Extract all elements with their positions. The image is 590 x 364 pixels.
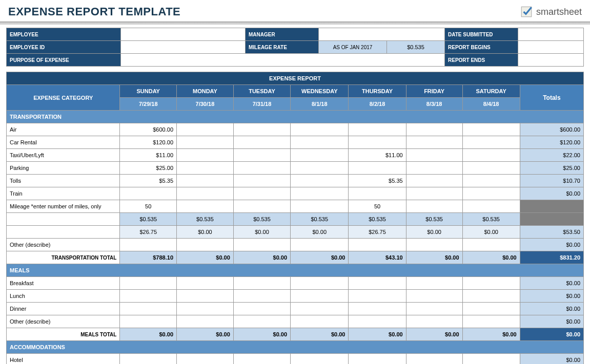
expense-cell[interactable] bbox=[177, 290, 234, 303]
expense-cell[interactable] bbox=[291, 175, 349, 187]
expense-cell[interactable]: $0.535 bbox=[349, 213, 406, 226]
expense-cell[interactable]: $0.535 bbox=[406, 213, 462, 226]
expense-cell[interactable] bbox=[349, 123, 406, 136]
expense-cell[interactable] bbox=[462, 136, 520, 149]
expense-cell[interactable] bbox=[291, 239, 349, 251]
expense-cell[interactable]: $600.00 bbox=[120, 123, 177, 136]
expense-cell[interactable] bbox=[120, 303, 177, 315]
expense-cell[interactable] bbox=[406, 239, 462, 251]
expense-cell[interactable]: $11.00 bbox=[349, 149, 406, 162]
expense-cell[interactable]: $5.35 bbox=[120, 175, 177, 187]
employee-cell[interactable] bbox=[121, 28, 246, 41]
expense-cell[interactable] bbox=[291, 123, 349, 136]
expense-cell[interactable] bbox=[462, 277, 520, 290]
expense-cell[interactable] bbox=[291, 149, 349, 162]
expense-cell[interactable] bbox=[120, 315, 177, 328]
expense-cell[interactable] bbox=[406, 136, 462, 149]
expense-cell[interactable]: $11.00 bbox=[120, 149, 177, 162]
expense-cell[interactable] bbox=[233, 123, 290, 136]
expense-cell[interactable]: $0.00 bbox=[462, 226, 520, 239]
expense-cell[interactable] bbox=[291, 290, 349, 303]
expense-cell[interactable] bbox=[462, 187, 520, 200]
expense-cell[interactable] bbox=[349, 290, 406, 303]
expense-cell[interactable]: $5.35 bbox=[349, 175, 406, 187]
expense-cell[interactable] bbox=[291, 315, 349, 328]
expense-cell[interactable] bbox=[233, 354, 290, 365]
expense-cell[interactable] bbox=[233, 175, 290, 187]
expense-cell[interactable]: $0.00 bbox=[177, 226, 234, 239]
expense-cell[interactable]: $0.535 bbox=[233, 213, 290, 226]
expense-cell[interactable]: $120.00 bbox=[120, 136, 177, 149]
expense-cell[interactable] bbox=[462, 354, 520, 365]
expense-cell[interactable]: 50 bbox=[349, 200, 406, 213]
expense-cell[interactable] bbox=[233, 187, 290, 200]
expense-cell[interactable]: 50 bbox=[120, 200, 177, 213]
expense-cell[interactable] bbox=[291, 200, 349, 213]
expense-cell[interactable] bbox=[177, 136, 234, 149]
expense-cell[interactable]: $26.75 bbox=[349, 226, 406, 239]
expense-cell[interactable]: $0.00 bbox=[291, 226, 349, 239]
expense-cell[interactable] bbox=[177, 239, 234, 251]
expense-cell[interactable] bbox=[177, 277, 234, 290]
expense-cell[interactable] bbox=[406, 303, 462, 315]
expense-cell[interactable] bbox=[233, 149, 290, 162]
expense-cell[interactable] bbox=[120, 290, 177, 303]
expense-cell[interactable]: $0.535 bbox=[177, 213, 234, 226]
report-begins-cell[interactable] bbox=[518, 41, 584, 54]
expense-cell[interactable] bbox=[177, 315, 234, 328]
expense-cell[interactable] bbox=[120, 354, 177, 365]
expense-cell[interactable] bbox=[349, 187, 406, 200]
expense-cell[interactable] bbox=[233, 239, 290, 251]
expense-cell[interactable] bbox=[349, 354, 406, 365]
expense-cell[interactable] bbox=[462, 162, 520, 175]
expense-cell[interactable]: $0.00 bbox=[406, 226, 462, 239]
expense-cell[interactable] bbox=[349, 239, 406, 251]
expense-cell[interactable] bbox=[177, 149, 234, 162]
expense-cell[interactable] bbox=[406, 354, 462, 365]
expense-cell[interactable]: $25.00 bbox=[120, 162, 177, 175]
expense-cell[interactable] bbox=[406, 162, 462, 175]
expense-cell[interactable] bbox=[233, 315, 290, 328]
expense-cell[interactable] bbox=[233, 290, 290, 303]
expense-cell[interactable] bbox=[177, 175, 234, 187]
expense-cell[interactable] bbox=[462, 175, 520, 187]
expense-cell[interactable] bbox=[177, 354, 234, 365]
expense-cell[interactable] bbox=[406, 315, 462, 328]
expense-cell[interactable] bbox=[177, 162, 234, 175]
expense-cell[interactable] bbox=[406, 290, 462, 303]
expense-cell[interactable] bbox=[406, 187, 462, 200]
expense-cell[interactable] bbox=[291, 187, 349, 200]
expense-cell[interactable] bbox=[462, 315, 520, 328]
expense-cell[interactable] bbox=[406, 200, 462, 213]
expense-cell[interactable] bbox=[349, 315, 406, 328]
expense-cell[interactable]: $0.535 bbox=[291, 213, 349, 226]
expense-cell[interactable] bbox=[120, 239, 177, 251]
expense-cell[interactable] bbox=[233, 303, 290, 315]
expense-cell[interactable] bbox=[349, 277, 406, 290]
expense-cell[interactable] bbox=[462, 149, 520, 162]
manager-cell[interactable] bbox=[319, 28, 445, 41]
report-ends-cell[interactable] bbox=[518, 54, 584, 67]
expense-cell[interactable] bbox=[349, 162, 406, 175]
expense-cell[interactable] bbox=[177, 123, 234, 136]
expense-cell[interactable] bbox=[233, 200, 290, 213]
expense-cell[interactable] bbox=[291, 303, 349, 315]
expense-cell[interactable] bbox=[177, 303, 234, 315]
date-submitted-cell[interactable] bbox=[518, 28, 584, 41]
expense-cell[interactable] bbox=[120, 277, 177, 290]
expense-cell[interactable] bbox=[291, 162, 349, 175]
expense-cell[interactable] bbox=[291, 277, 349, 290]
expense-cell[interactable] bbox=[233, 277, 290, 290]
expense-cell[interactable] bbox=[233, 136, 290, 149]
expense-cell[interactable] bbox=[291, 136, 349, 149]
expense-cell[interactable] bbox=[462, 123, 520, 136]
expense-cell[interactable]: $0.535 bbox=[120, 213, 177, 226]
expense-cell[interactable] bbox=[406, 149, 462, 162]
expense-cell[interactable] bbox=[120, 187, 177, 200]
expense-cell[interactable]: $0.535 bbox=[462, 213, 520, 226]
expense-cell[interactable] bbox=[177, 200, 234, 213]
expense-cell[interactable] bbox=[233, 162, 290, 175]
expense-cell[interactable] bbox=[177, 187, 234, 200]
expense-cell[interactable] bbox=[462, 239, 520, 251]
expense-cell[interactable] bbox=[349, 136, 406, 149]
